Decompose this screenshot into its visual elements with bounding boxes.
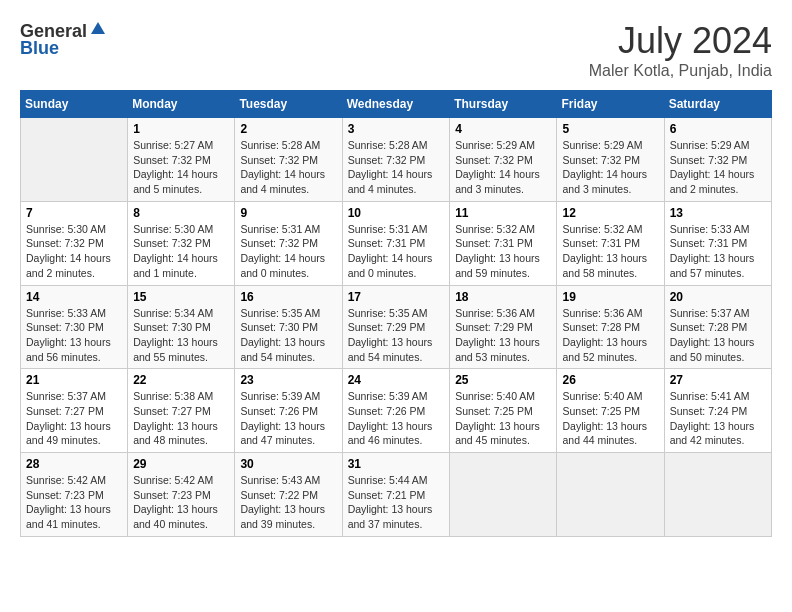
day-number: 30 <box>240 457 336 471</box>
day-number: 23 <box>240 373 336 387</box>
day-info: Sunrise: 5:27 AM Sunset: 7:32 PM Dayligh… <box>133 138 229 197</box>
calendar-cell: 30Sunrise: 5:43 AM Sunset: 7:22 PM Dayli… <box>235 453 342 537</box>
calendar-cell: 13Sunrise: 5:33 AM Sunset: 7:31 PM Dayli… <box>664 201 771 285</box>
day-number: 9 <box>240 206 336 220</box>
day-info: Sunrise: 5:35 AM Sunset: 7:29 PM Dayligh… <box>348 306 445 365</box>
day-number: 2 <box>240 122 336 136</box>
week-row-3: 14Sunrise: 5:33 AM Sunset: 7:30 PM Dayli… <box>21 285 772 369</box>
day-info: Sunrise: 5:29 AM Sunset: 7:32 PM Dayligh… <box>670 138 766 197</box>
day-number: 17 <box>348 290 445 304</box>
month-title: July 2024 <box>589 20 772 62</box>
calendar-cell: 27Sunrise: 5:41 AM Sunset: 7:24 PM Dayli… <box>664 369 771 453</box>
day-info: Sunrise: 5:35 AM Sunset: 7:30 PM Dayligh… <box>240 306 336 365</box>
header-day-thursday: Thursday <box>450 91 557 118</box>
calendar-cell: 5Sunrise: 5:29 AM Sunset: 7:32 PM Daylig… <box>557 118 664 202</box>
calendar-cell: 11Sunrise: 5:32 AM Sunset: 7:31 PM Dayli… <box>450 201 557 285</box>
header-day-sunday: Sunday <box>21 91 128 118</box>
calendar-cell: 12Sunrise: 5:32 AM Sunset: 7:31 PM Dayli… <box>557 201 664 285</box>
calendar-cell: 10Sunrise: 5:31 AM Sunset: 7:31 PM Dayli… <box>342 201 450 285</box>
header-day-monday: Monday <box>128 91 235 118</box>
header-row: SundayMondayTuesdayWednesdayThursdayFrid… <box>21 91 772 118</box>
day-info: Sunrise: 5:42 AM Sunset: 7:23 PM Dayligh… <box>26 473 122 532</box>
calendar-cell: 14Sunrise: 5:33 AM Sunset: 7:30 PM Dayli… <box>21 285 128 369</box>
calendar-cell: 7Sunrise: 5:30 AM Sunset: 7:32 PM Daylig… <box>21 201 128 285</box>
day-number: 20 <box>670 290 766 304</box>
day-info: Sunrise: 5:30 AM Sunset: 7:32 PM Dayligh… <box>26 222 122 281</box>
day-number: 26 <box>562 373 658 387</box>
calendar-cell: 29Sunrise: 5:42 AM Sunset: 7:23 PM Dayli… <box>128 453 235 537</box>
day-info: Sunrise: 5:38 AM Sunset: 7:27 PM Dayligh… <box>133 389 229 448</box>
calendar-cell: 6Sunrise: 5:29 AM Sunset: 7:32 PM Daylig… <box>664 118 771 202</box>
day-info: Sunrise: 5:33 AM Sunset: 7:31 PM Dayligh… <box>670 222 766 281</box>
day-number: 28 <box>26 457 122 471</box>
day-number: 6 <box>670 122 766 136</box>
header-day-wednesday: Wednesday <box>342 91 450 118</box>
day-number: 8 <box>133 206 229 220</box>
day-info: Sunrise: 5:39 AM Sunset: 7:26 PM Dayligh… <box>348 389 445 448</box>
calendar-cell: 3Sunrise: 5:28 AM Sunset: 7:32 PM Daylig… <box>342 118 450 202</box>
day-info: Sunrise: 5:39 AM Sunset: 7:26 PM Dayligh… <box>240 389 336 448</box>
day-number: 24 <box>348 373 445 387</box>
day-info: Sunrise: 5:36 AM Sunset: 7:28 PM Dayligh… <box>562 306 658 365</box>
day-number: 16 <box>240 290 336 304</box>
day-number: 4 <box>455 122 551 136</box>
calendar-cell: 19Sunrise: 5:36 AM Sunset: 7:28 PM Dayli… <box>557 285 664 369</box>
svg-marker-0 <box>91 22 105 34</box>
calendar-cell <box>664 453 771 537</box>
page-header: General Blue July 2024 Maler Kotla, Punj… <box>20 20 772 80</box>
day-number: 27 <box>670 373 766 387</box>
day-info: Sunrise: 5:41 AM Sunset: 7:24 PM Dayligh… <box>670 389 766 448</box>
day-info: Sunrise: 5:40 AM Sunset: 7:25 PM Dayligh… <box>562 389 658 448</box>
day-number: 1 <box>133 122 229 136</box>
calendar-cell: 28Sunrise: 5:42 AM Sunset: 7:23 PM Dayli… <box>21 453 128 537</box>
title-section: July 2024 Maler Kotla, Punjab, India <box>589 20 772 80</box>
day-info: Sunrise: 5:28 AM Sunset: 7:32 PM Dayligh… <box>240 138 336 197</box>
calendar-cell: 23Sunrise: 5:39 AM Sunset: 7:26 PM Dayli… <box>235 369 342 453</box>
day-number: 21 <box>26 373 122 387</box>
calendar-cell: 15Sunrise: 5:34 AM Sunset: 7:30 PM Dayli… <box>128 285 235 369</box>
day-number: 3 <box>348 122 445 136</box>
calendar-cell: 31Sunrise: 5:44 AM Sunset: 7:21 PM Dayli… <box>342 453 450 537</box>
day-info: Sunrise: 5:29 AM Sunset: 7:32 PM Dayligh… <box>455 138 551 197</box>
calendar-cell <box>21 118 128 202</box>
day-info: Sunrise: 5:28 AM Sunset: 7:32 PM Dayligh… <box>348 138 445 197</box>
calendar-table: SundayMondayTuesdayWednesdayThursdayFrid… <box>20 90 772 537</box>
calendar-cell: 16Sunrise: 5:35 AM Sunset: 7:30 PM Dayli… <box>235 285 342 369</box>
day-number: 25 <box>455 373 551 387</box>
day-info: Sunrise: 5:42 AM Sunset: 7:23 PM Dayligh… <box>133 473 229 532</box>
calendar-cell <box>557 453 664 537</box>
day-info: Sunrise: 5:34 AM Sunset: 7:30 PM Dayligh… <box>133 306 229 365</box>
day-number: 5 <box>562 122 658 136</box>
calendar-cell: 8Sunrise: 5:30 AM Sunset: 7:32 PM Daylig… <box>128 201 235 285</box>
day-number: 18 <box>455 290 551 304</box>
logo-blue: Blue <box>20 38 59 59</box>
day-number: 29 <box>133 457 229 471</box>
day-info: Sunrise: 5:33 AM Sunset: 7:30 PM Dayligh… <box>26 306 122 365</box>
day-info: Sunrise: 5:36 AM Sunset: 7:29 PM Dayligh… <box>455 306 551 365</box>
day-info: Sunrise: 5:37 AM Sunset: 7:27 PM Dayligh… <box>26 389 122 448</box>
week-row-1: 1Sunrise: 5:27 AM Sunset: 7:32 PM Daylig… <box>21 118 772 202</box>
day-number: 31 <box>348 457 445 471</box>
calendar-cell: 9Sunrise: 5:31 AM Sunset: 7:32 PM Daylig… <box>235 201 342 285</box>
day-number: 19 <box>562 290 658 304</box>
header-day-tuesday: Tuesday <box>235 91 342 118</box>
week-row-2: 7Sunrise: 5:30 AM Sunset: 7:32 PM Daylig… <box>21 201 772 285</box>
calendar-cell <box>450 453 557 537</box>
calendar-cell: 25Sunrise: 5:40 AM Sunset: 7:25 PM Dayli… <box>450 369 557 453</box>
day-number: 10 <box>348 206 445 220</box>
header-day-friday: Friday <box>557 91 664 118</box>
day-info: Sunrise: 5:30 AM Sunset: 7:32 PM Dayligh… <box>133 222 229 281</box>
calendar-cell: 24Sunrise: 5:39 AM Sunset: 7:26 PM Dayli… <box>342 369 450 453</box>
logo-arrow-icon <box>89 20 107 42</box>
day-number: 13 <box>670 206 766 220</box>
week-row-5: 28Sunrise: 5:42 AM Sunset: 7:23 PM Dayli… <box>21 453 772 537</box>
calendar-cell: 4Sunrise: 5:29 AM Sunset: 7:32 PM Daylig… <box>450 118 557 202</box>
day-number: 15 <box>133 290 229 304</box>
calendar-cell: 26Sunrise: 5:40 AM Sunset: 7:25 PM Dayli… <box>557 369 664 453</box>
day-number: 11 <box>455 206 551 220</box>
header-day-saturday: Saturday <box>664 91 771 118</box>
calendar-cell: 17Sunrise: 5:35 AM Sunset: 7:29 PM Dayli… <box>342 285 450 369</box>
day-info: Sunrise: 5:44 AM Sunset: 7:21 PM Dayligh… <box>348 473 445 532</box>
day-info: Sunrise: 5:37 AM Sunset: 7:28 PM Dayligh… <box>670 306 766 365</box>
day-info: Sunrise: 5:32 AM Sunset: 7:31 PM Dayligh… <box>455 222 551 281</box>
